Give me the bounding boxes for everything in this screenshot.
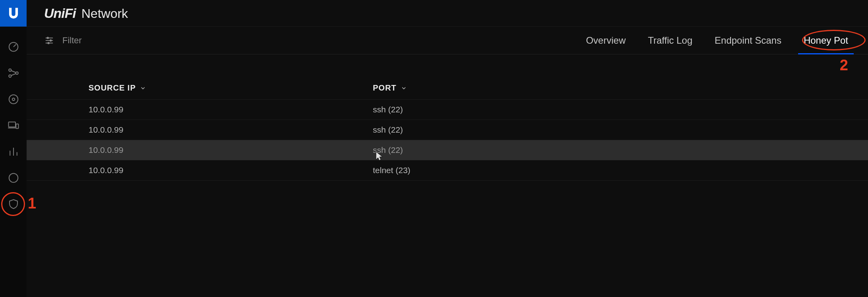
tab-traffic-log[interactable]: Traffic Log bbox=[648, 27, 692, 54]
tab-honey-pot[interactable]: Honey Pot bbox=[804, 27, 848, 54]
toolbar: Filter Overview Traffic Log Endpoint Sca… bbox=[27, 27, 868, 54]
svg-point-14 bbox=[48, 42, 49, 44]
table-body: 10.0.0.99 ssh (22) 10.0.0.99 ssh (22) 10… bbox=[27, 100, 868, 181]
svg-point-10 bbox=[47, 37, 49, 39]
table-header: SOURCE IP PORT bbox=[27, 77, 868, 100]
column-label: PORT bbox=[373, 83, 397, 93]
chevron-down-icon bbox=[140, 85, 146, 91]
sliders-icon bbox=[44, 36, 54, 45]
network-icon bbox=[8, 67, 19, 79]
tab-overview[interactable]: Overview bbox=[586, 27, 626, 54]
brand-product: Network bbox=[81, 6, 128, 21]
svg-point-4 bbox=[9, 95, 18, 104]
table-row[interactable]: 10.0.0.99 ssh (22) bbox=[27, 100, 868, 120]
cell-source-ip: 10.0.0.99 bbox=[89, 145, 373, 155]
annotation-number-2: 2 bbox=[840, 57, 848, 74]
cell-port: telnet (23) bbox=[373, 166, 868, 175]
cell-port: ssh (22) bbox=[373, 125, 868, 135]
sidebar: 1 bbox=[0, 0, 27, 297]
column-label: SOURCE IP bbox=[89, 83, 136, 93]
cell-source-ip: 10.0.0.99 bbox=[89, 166, 373, 175]
main: UniFi Network Filter Overview Traffic Lo… bbox=[27, 0, 868, 297]
cell-source-ip: 10.0.0.99 bbox=[89, 125, 373, 135]
svg-rect-6 bbox=[8, 122, 15, 127]
cell-source-ip: 10.0.0.99 bbox=[89, 105, 373, 114]
shield-icon bbox=[8, 198, 19, 210]
svg-point-5 bbox=[12, 98, 14, 100]
table-row[interactable]: 10.0.0.99 ssh (22) bbox=[27, 120, 868, 140]
sidebar-item-statistics[interactable] bbox=[0, 139, 27, 165]
sidebar-item-security[interactable]: 1 bbox=[0, 191, 27, 217]
svg-point-12 bbox=[50, 40, 52, 41]
content: SOURCE IP PORT 10.0.0.99 ssh (22) 10.0.0… bbox=[27, 54, 868, 297]
table-row[interactable]: 10.0.0.99 ssh (22) bbox=[27, 140, 868, 160]
unifi-u-icon bbox=[6, 6, 21, 21]
sidebar-item-topology[interactable] bbox=[0, 60, 27, 86]
sidebar-item-devices[interactable] bbox=[0, 86, 27, 112]
column-header-source-ip[interactable]: SOURCE IP bbox=[89, 83, 373, 93]
tabs: Overview Traffic Log Endpoint Scans Hone… bbox=[586, 27, 852, 54]
circle-dot-icon bbox=[8, 93, 19, 105]
laptop-mobile-icon bbox=[8, 120, 19, 131]
filter-button[interactable]: Filter bbox=[44, 35, 82, 46]
globe-icon bbox=[8, 172, 19, 184]
table-row[interactable]: 10.0.0.99 telnet (23) bbox=[27, 160, 868, 181]
header: UniFi Network bbox=[27, 0, 868, 27]
cell-port: ssh (22) bbox=[373, 145, 868, 155]
brand: UniFi Network bbox=[44, 6, 128, 21]
sidebar-item-clients[interactable] bbox=[0, 112, 27, 139]
svg-point-8 bbox=[9, 174, 18, 183]
bars-icon bbox=[8, 146, 19, 158]
filter-label: Filter bbox=[62, 35, 82, 46]
brand-logo[interactable] bbox=[0, 0, 27, 27]
column-header-port[interactable]: PORT bbox=[373, 83, 868, 93]
brand-name: UniFi bbox=[44, 6, 76, 21]
gauge-icon bbox=[8, 41, 19, 53]
svg-rect-7 bbox=[16, 124, 18, 128]
chevron-down-icon bbox=[401, 85, 407, 91]
cell-port: ssh (22) bbox=[373, 105, 868, 114]
tab-endpoint-scans[interactable]: Endpoint Scans bbox=[715, 27, 781, 54]
sidebar-item-dashboard[interactable] bbox=[0, 34, 27, 60]
sidebar-item-wifi[interactable] bbox=[0, 165, 27, 191]
